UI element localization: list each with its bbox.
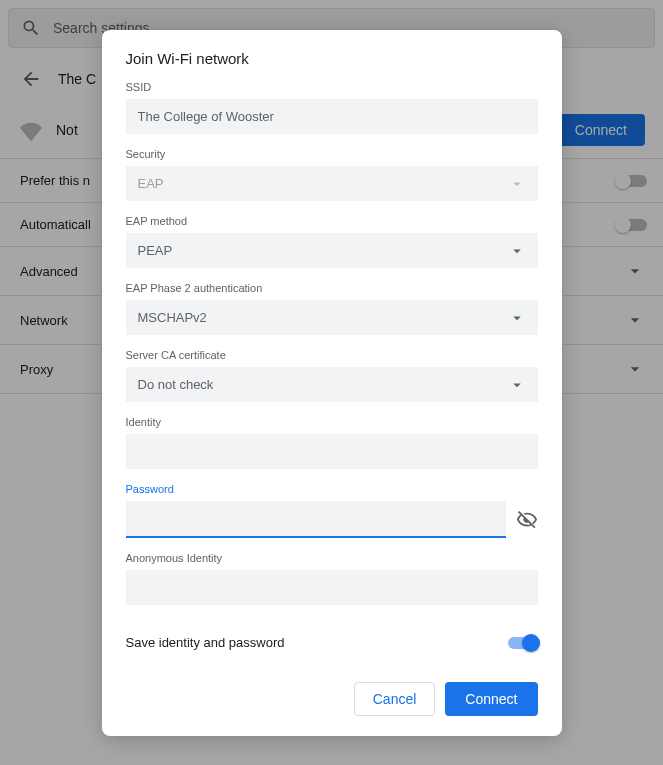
- dialog-title: Join Wi-Fi network: [126, 50, 538, 67]
- join-wifi-dialog: Join Wi-Fi network SSID Security EAP met…: [102, 30, 562, 736]
- ssid-label: SSID: [126, 81, 538, 93]
- password-field: Password: [126, 483, 538, 538]
- anon-identity-input[interactable]: [126, 570, 538, 605]
- identity-field: Identity: [126, 416, 538, 469]
- ca-cert-select[interactable]: [126, 367, 538, 402]
- phase2-select[interactable]: [126, 300, 538, 335]
- phase2-value: [126, 300, 538, 335]
- password-label: Password: [126, 483, 538, 495]
- ssid-field: SSID: [126, 81, 538, 134]
- security-label: Security: [126, 148, 538, 160]
- anon-identity-field: Anonymous Identity: [126, 552, 538, 605]
- phase2-label: EAP Phase 2 authentication: [126, 282, 538, 294]
- eap-method-select[interactable]: [126, 233, 538, 268]
- security-value: [126, 166, 538, 201]
- save-identity-toggle[interactable]: [508, 637, 538, 649]
- visibility-off-icon[interactable]: [516, 509, 538, 531]
- identity-input[interactable]: [126, 434, 538, 469]
- ca-cert-label: Server CA certificate: [126, 349, 538, 361]
- ca-cert-field: Server CA certificate: [126, 349, 538, 402]
- anon-identity-label: Anonymous Identity: [126, 552, 538, 564]
- ca-cert-value: [126, 367, 538, 402]
- connect-button[interactable]: Connect: [445, 682, 537, 716]
- identity-label: Identity: [126, 416, 538, 428]
- cancel-button[interactable]: Cancel: [354, 682, 436, 716]
- password-input[interactable]: [126, 501, 506, 538]
- ssid-input[interactable]: [126, 99, 538, 134]
- save-identity-label: Save identity and password: [126, 635, 508, 650]
- eap-method-label: EAP method: [126, 215, 538, 227]
- eap-method-field: EAP method: [126, 215, 538, 268]
- eap-method-value: [126, 233, 538, 268]
- dialog-actions: Cancel Connect: [126, 682, 538, 716]
- security-field: Security: [126, 148, 538, 201]
- save-identity-row: Save identity and password: [126, 619, 538, 658]
- security-select: [126, 166, 538, 201]
- phase2-field: EAP Phase 2 authentication: [126, 282, 538, 335]
